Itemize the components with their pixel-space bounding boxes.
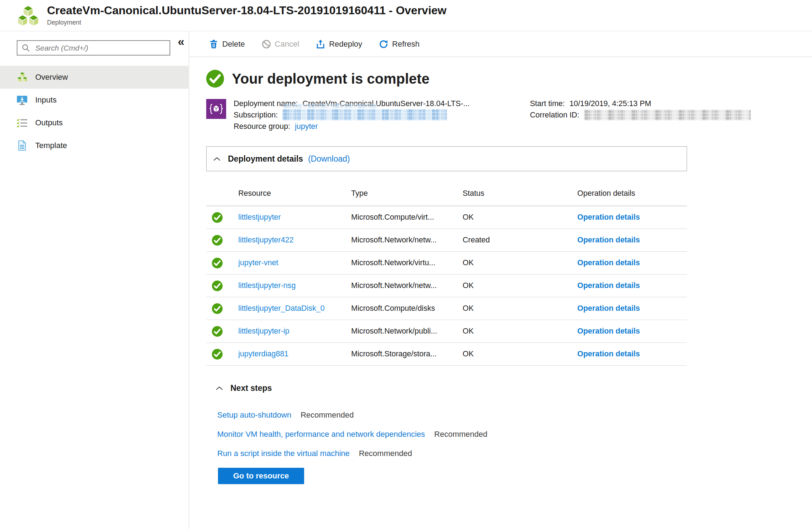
table-row: littlestjupyter Microsoft.Compute/virt..…: [206, 206, 687, 229]
sidebar-item-overview[interactable]: Overview: [0, 66, 188, 89]
deployment-details-toggle[interactable]: Deployment details (Download): [206, 146, 687, 171]
refresh-button[interactable]: Refresh: [379, 40, 420, 49]
monitor-vm-health-link[interactable]: Monitor VM health, performance and netwo…: [217, 429, 425, 439]
page-title: CreateVm-Canonical.UbuntuServer-18.04-LT…: [47, 4, 447, 17]
resource-link[interactable]: littlestjupyter422: [238, 236, 293, 244]
resource-link[interactable]: littlestjupyter_DataDisk_0: [238, 304, 325, 313]
refresh-icon: [379, 40, 388, 49]
sidebar-item-template[interactable]: Template: [0, 134, 188, 157]
setup-auto-shutdown-link[interactable]: Setup auto-shutdown: [217, 410, 291, 420]
cancel-button[interactable]: Cancel: [262, 40, 299, 49]
search-input[interactable]: [35, 44, 166, 52]
resources-table: Resource Type Status Operation details l…: [206, 181, 687, 366]
table-row: littlestjupyter422 Microsoft.Network/net…: [206, 229, 687, 252]
sidebar-nav: Overview Inputs: [0, 66, 188, 157]
operation-details-link[interactable]: Operation details: [577, 258, 640, 267]
sidebar-item-label: Outputs: [35, 118, 63, 127]
next-steps-toggle[interactable]: Next steps: [206, 383, 687, 393]
deployment-status-heading: Your deployment is complete: [232, 71, 430, 87]
success-check-icon: [212, 281, 223, 291]
resource-status: OK: [463, 327, 577, 336]
resource-type: Microsoft.Compute/disks: [351, 304, 463, 313]
table-row: littlestjupyter-nsg Microsoft.Network/ne…: [206, 274, 687, 297]
go-to-resource-button[interactable]: Go to resource: [218, 468, 304, 484]
resource-type: Microsoft.Compute/virt...: [351, 213, 463, 222]
correlation-id-redacted-value: [584, 110, 751, 120]
run-script-link[interactable]: Run a script inside the virtual machine: [217, 449, 350, 459]
recommended-badge: Recommended: [359, 449, 412, 459]
next-step-item: Run a script inside the virtual machine …: [217, 449, 687, 459]
template-document-icon: [16, 140, 28, 151]
resource-group-label: Resource group:: [234, 122, 290, 131]
sidebar-item-outputs[interactable]: Outputs: [0, 111, 188, 134]
toolbar-button-label: Redeploy: [329, 40, 362, 49]
next-steps-title: Next steps: [230, 383, 272, 393]
resource-link[interactable]: jupyterdiag881: [238, 350, 288, 358]
operation-details-link[interactable]: Operation details: [577, 236, 640, 244]
overview-main: Your deployment is complete Deployment n…: [189, 57, 687, 484]
resource-status: OK: [463, 213, 577, 222]
redeploy-button[interactable]: Redeploy: [316, 40, 362, 49]
table-header-row: Resource Type Status Operation details: [206, 181, 687, 206]
operation-details-link[interactable]: Operation details: [577, 213, 640, 221]
correlation-id-label: Correlation ID:: [530, 111, 579, 119]
next-step-item: Setup auto-shutdown Recommended: [217, 410, 687, 420]
inputs-monitor-icon: [16, 94, 28, 106]
outputs-checklist-icon: [16, 117, 28, 129]
page-subtitle: Deployment: [47, 19, 447, 26]
table-row: jupyterdiag881 Microsoft.Storage/stora..…: [206, 343, 687, 366]
subscription-redacted-value: [282, 109, 447, 120]
deployment-cubes-icon: [16, 72, 28, 83]
resource-status: OK: [463, 350, 577, 358]
column-header-type: Type: [351, 189, 463, 198]
trash-icon: [209, 40, 218, 49]
column-header-operation-details: Operation details: [577, 189, 687, 198]
toolbar-button-label: Delete: [222, 40, 245, 49]
success-check-icon: [212, 349, 223, 360]
column-header-resource: Resource: [238, 189, 351, 198]
table-row: littlestjupyter_DataDisk_0 Microsoft.Com…: [206, 297, 687, 320]
resource-type: Microsoft.Network/netw...: [351, 281, 463, 290]
resource-group-link[interactable]: jupyter: [295, 122, 318, 131]
operation-details-link[interactable]: Operation details: [577, 350, 640, 358]
content-pane: Delete Cancel Redeploy Refresh: [189, 32, 812, 529]
sidebar-item-inputs[interactable]: Inputs: [0, 89, 188, 111]
success-check-icon: [212, 326, 223, 337]
resource-link[interactable]: littlestjupyter-nsg: [238, 281, 296, 290]
resource-type: Microsoft.Storage/stora...: [351, 350, 463, 358]
start-time-value: 10/19/2019, 4:25:13 PM: [569, 99, 651, 108]
start-time-label: Start time:: [530, 99, 565, 108]
toolbar-button-label: Refresh: [392, 40, 420, 49]
redeploy-icon: [316, 40, 325, 49]
sidebar-item-label: Overview: [35, 73, 68, 82]
operation-details-link[interactable]: Operation details: [577, 281, 640, 290]
collapse-sidebar-icon[interactable]: «: [178, 35, 184, 47]
cancel-icon: [262, 40, 271, 49]
delete-button[interactable]: Delete: [209, 40, 245, 49]
resource-status: OK: [463, 304, 577, 313]
resource-link[interactable]: jupyter-vnet: [238, 258, 278, 267]
deployment-details-title: Deployment details: [228, 154, 303, 164]
download-link[interactable]: (Download): [308, 154, 350, 164]
success-check-icon: [212, 303, 223, 314]
sidebar-item-label: Template: [35, 141, 67, 150]
recommended-badge: Recommended: [301, 410, 354, 420]
resource-link[interactable]: littlestjupyter: [238, 213, 281, 221]
command-bar: Delete Cancel Redeploy Refresh: [189, 32, 812, 57]
page-header: CreateVm-Canonical.UbuntuServer-18.04-LT…: [0, 0, 812, 31]
operation-details-link[interactable]: Operation details: [577, 327, 640, 335]
chevron-up-icon: [216, 386, 223, 390]
sidebar-item-label: Inputs: [35, 95, 57, 105]
deployment-cubes-icon: [17, 5, 39, 27]
success-check-icon: [212, 235, 223, 246]
recommended-badge: Recommended: [434, 429, 487, 439]
table-row: jupyter-vnet Microsoft.Network/virtu... …: [206, 252, 687, 274]
deployment-info: Deployment name:CreateVm-Canonical.Ubunt…: [206, 98, 687, 135]
toolbar-button-label: Cancel: [275, 40, 299, 49]
success-check-icon: [206, 70, 224, 88]
sidebar-search-box[interactable]: [17, 40, 170, 56]
operation-details-link[interactable]: Operation details: [577, 304, 640, 313]
subscription-label: Subscription:: [234, 111, 278, 119]
resource-link[interactable]: littlestjupyter-ip: [238, 327, 289, 335]
sidebar: « Overview I: [0, 32, 189, 529]
